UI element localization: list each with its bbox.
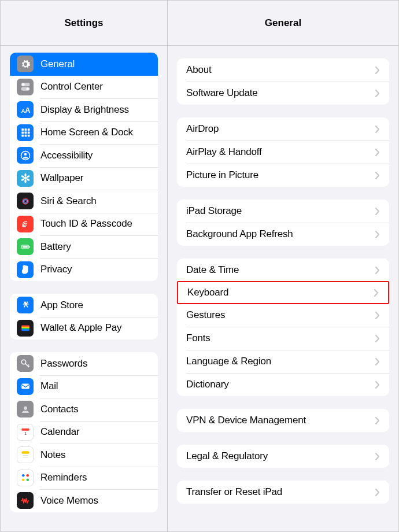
svg-text:A: A	[21, 107, 25, 113]
chevron-right-icon	[375, 312, 380, 319]
sidebar-item-wallet-apple-pay[interactable]: Wallet & Apple Pay	[10, 317, 158, 340]
detail-row-label: Transfer or Reset iPad	[186, 486, 375, 498]
sidebar-item-display-brightness[interactable]: AADisplay & Brightness	[10, 98, 158, 121]
wallet-icon	[17, 320, 34, 337]
detail-group: Transfer or Reset iPad	[177, 481, 389, 504]
sidebar-item-label: Home Screen & Dock	[40, 127, 133, 138]
settings-sidebar: Settings GeneralControl CenterAADisplay …	[1, 1, 168, 531]
key-icon	[17, 355, 34, 372]
detail-row-label: Keyboard	[187, 287, 374, 298]
detail-row-picture-in-picture[interactable]: Picture in Picture	[177, 164, 389, 187]
detail-row-label: AirPlay & Handoff	[186, 146, 375, 158]
detail-row-ipad-storage[interactable]: iPad Storage	[177, 200, 389, 223]
svg-point-21	[24, 180, 26, 183]
sidebar-item-app-store[interactable]: App Store	[10, 294, 158, 317]
detail-row-transfer-or-reset-ipad[interactable]: Transfer or Reset iPad	[177, 481, 389, 504]
detail-title: General	[265, 17, 301, 29]
sidebar-scroll[interactable]: GeneralControl CenterAADisplay & Brightn…	[1, 46, 167, 531]
svg-rect-11	[27, 132, 29, 134]
svg-rect-9	[21, 132, 24, 134]
chevron-right-icon	[375, 358, 380, 365]
chevron-right-icon	[375, 231, 380, 238]
sidebar-item-touch-id-passcode[interactable]: Touch ID & Passcode	[10, 213, 158, 236]
detail-row-language-region[interactable]: Language & Region	[177, 350, 389, 373]
svg-rect-34	[21, 330, 29, 331]
sidebar-item-home-screen-dock[interactable]: Home Screen & Dock	[10, 121, 158, 145]
detail-row-dictionary[interactable]: Dictionary	[177, 373, 389, 396]
sidebar-item-label: Display & Brightness	[40, 104, 129, 116]
chevron-right-icon	[375, 267, 380, 274]
detail-row-fonts[interactable]: Fonts	[177, 327, 389, 350]
svg-rect-7	[24, 129, 27, 131]
calendar-icon: 1	[17, 424, 34, 441]
sidebar-item-passwords[interactable]: Passwords	[10, 352, 158, 375]
finger-icon	[17, 216, 34, 232]
sidebar-item-mail[interactable]: Mail	[10, 375, 158, 398]
sidebar-item-label: Calendar	[40, 426, 79, 438]
chevron-right-icon	[375, 208, 380, 215]
sidebar-item-label: Siri & Search	[40, 195, 97, 207]
detail-group: AirDropAirPlay & HandoffPicture in Pictu…	[177, 117, 389, 187]
detail-row-software-update[interactable]: Software Update	[177, 82, 389, 105]
detail-row-label: Language & Region	[186, 356, 375, 367]
svg-rect-6	[21, 129, 24, 131]
detail-group: VPN & Device Management	[177, 409, 389, 432]
detail-panel: General AboutSoftware UpdateAirDropAirPl…	[168, 1, 398, 531]
sidebar-item-voice-memos[interactable]: Voice Memos	[10, 489, 158, 512]
sidebar-item-general[interactable]: General	[10, 53, 158, 76]
sidebar-item-wallpaper[interactable]: Wallpaper	[10, 167, 158, 190]
sidebar-item-privacy[interactable]: Privacy	[10, 258, 158, 282]
sidebar-item-control-center[interactable]: Control Center	[10, 76, 158, 99]
chevron-right-icon	[375, 149, 380, 156]
detail-row-label: Picture in Picture	[186, 169, 375, 181]
sidebar-item-calendar[interactable]: 1Calendar	[10, 421, 158, 444]
detail-row-label: Legal & Regulatory	[186, 450, 375, 462]
svg-rect-8	[27, 129, 29, 131]
sidebar-item-contacts[interactable]: Contacts	[10, 398, 158, 421]
detail-group: Date & TimeKeyboardGesturesFontsLanguage…	[177, 258, 389, 396]
chevron-right-icon	[375, 335, 380, 342]
detail-row-airplay-handoff[interactable]: AirPlay & Handoff	[177, 141, 389, 164]
sidebar-item-notes[interactable]: Notes	[10, 444, 158, 467]
detail-row-keyboard[interactable]: Keyboard	[177, 281, 389, 304]
sidebar-item-label: Accessibility	[40, 150, 93, 161]
detail-row-date-time[interactable]: Date & Time	[177, 258, 389, 282]
svg-point-17	[24, 177, 27, 180]
svg-rect-29	[29, 246, 30, 247]
detail-row-background-app-refresh[interactable]: Background App Refresh	[177, 223, 389, 246]
grid-icon	[17, 124, 34, 141]
contact-icon	[17, 401, 34, 418]
detail-row-airdrop[interactable]: AirDrop	[177, 117, 389, 141]
sidebar-item-label: Touch ID & Passcode	[40, 218, 132, 230]
detail-row-label: Fonts	[186, 332, 375, 344]
detail-row-about[interactable]: About	[177, 58, 389, 82]
sidebar-item-label: Passwords	[40, 358, 87, 370]
chevron-right-icon	[374, 289, 379, 297]
sidebar-group: PasswordsMailContacts1CalendarNotesRemin…	[10, 352, 158, 512]
sidebar-item-reminders[interactable]: Reminders	[10, 467, 158, 490]
reminders-icon	[17, 470, 34, 486]
chevron-right-icon	[375, 66, 380, 74]
detail-group: Legal & Regulatory	[177, 445, 389, 468]
chevron-right-icon	[375, 489, 380, 496]
person-icon	[17, 147, 34, 164]
sidebar-item-siri-search[interactable]: Siri & Search	[10, 190, 158, 213]
sidebar-item-label: Privacy	[40, 264, 72, 275]
detail-row-gestures[interactable]: Gestures	[177, 304, 389, 327]
detail-row-label: Software Update	[186, 87, 375, 99]
svg-point-45	[22, 474, 25, 477]
sidebar-title: Settings	[64, 17, 103, 29]
svg-point-16	[24, 153, 27, 156]
sidebar-item-battery[interactable]: Battery	[10, 235, 158, 258]
svg-text:A: A	[25, 105, 30, 114]
notes-icon	[17, 446, 34, 463]
svg-point-3	[26, 88, 29, 91]
detail-row-legal-regulatory[interactable]: Legal & Regulatory	[177, 445, 389, 468]
detail-scroll[interactable]: AboutSoftware UpdateAirDropAirPlay & Han…	[168, 46, 398, 531]
detail-row-vpn-device-management[interactable]: VPN & Device Management	[177, 409, 389, 432]
detail-row-label: VPN & Device Management	[186, 415, 375, 426]
svg-point-46	[26, 474, 29, 477]
detail-group: AboutSoftware Update	[177, 58, 389, 105]
aa-icon: AA	[17, 101, 34, 118]
sidebar-item-accessibility[interactable]: Accessibility	[10, 144, 158, 167]
